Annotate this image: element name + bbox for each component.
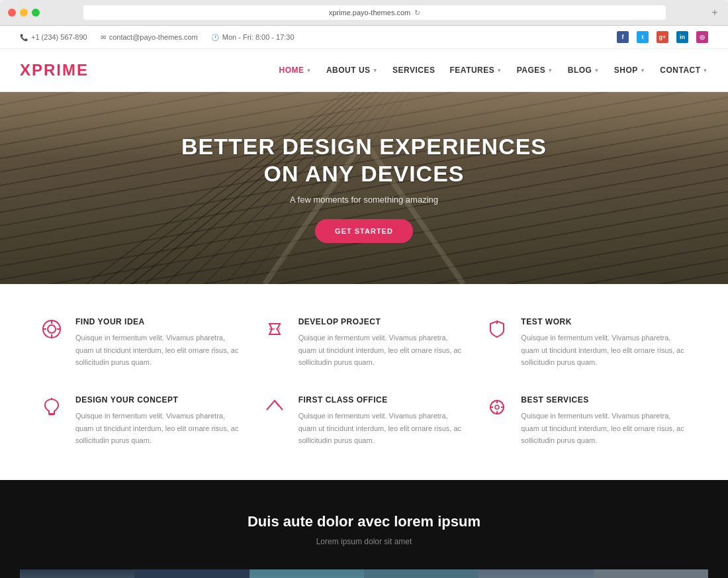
- chevron-down-icon: ▼: [594, 68, 599, 73]
- nav-blog-label: BLOG: [568, 66, 592, 75]
- feature-1-text: Quisque in fermentum velit. Vivamus phar…: [75, 332, 243, 369]
- url-text: xprime.payo-themes.com: [329, 9, 411, 17]
- hero-content: BETTER DESIGN EXPERIENCES ON ANY DEVICES…: [181, 133, 547, 244]
- feature-4-title: DESIGN YOUR CONCEPT: [75, 395, 243, 405]
- nav-home-label: HOME: [279, 66, 304, 75]
- test-work-icon: [485, 317, 509, 341]
- browser-window: xprime.payo-themes.com ↻ + 📞 +1 (234) 56…: [0, 0, 728, 578]
- feature-1-title: FIND YOUR IDEA: [75, 317, 243, 326]
- svg-rect-46: [594, 569, 708, 578]
- logo-accent: X: [20, 61, 32, 79]
- feature-5-title: FIRST CLASS OFFICE: [298, 395, 466, 405]
- hero-title-line1: BETTER DESIGN EXPERIENCES: [181, 133, 547, 160]
- logo-text: PRIME: [32, 61, 89, 79]
- browser-titlebar: xprime.payo-themes.com ↻ +: [0, 5, 728, 25]
- new-tab-button[interactable]: +: [709, 7, 720, 18]
- nav-features-label: FEATURES: [450, 66, 495, 75]
- chevron-down-icon: ▼: [640, 68, 645, 73]
- features-grid: FIND YOUR IDEA Quisque in fermentum veli…: [40, 317, 688, 447]
- email-address: contact@payo-themes.com: [109, 33, 198, 41]
- best-services-icon: [485, 395, 509, 419]
- email-icon: ✉: [101, 34, 106, 41]
- feature-3-text: Quisque in fermentum velit. Vivamus phar…: [521, 332, 688, 369]
- phone-number: +1 (234) 567-890: [31, 33, 87, 41]
- site-logo[interactable]: XPRIME: [20, 61, 89, 79]
- first-class-office-icon: [263, 395, 287, 419]
- feature-6-title: BEST SERVICES: [521, 395, 688, 405]
- refresh-icon[interactable]: ↻: [414, 9, 420, 17]
- info-bar-left: 📞 +1 (234) 567-890 ✉ contact@payo-themes…: [20, 33, 295, 41]
- gallery-item-2[interactable]: [250, 569, 479, 578]
- phone-icon: 📞: [20, 34, 28, 41]
- feature-item-5: FIRST CLASS OFFICE Quisque in fermentum …: [263, 395, 466, 447]
- google-plus-icon[interactable]: g+: [657, 31, 668, 43]
- phone-info: 📞 +1 (234) 567-890: [20, 33, 87, 41]
- chevron-down-icon: ▼: [703, 68, 708, 73]
- instagram-icon[interactable]: ◎: [696, 31, 708, 43]
- chevron-down-icon: ▼: [306, 68, 312, 73]
- hours-info: 🕐 Mon - Fri: 8:00 - 17:30: [211, 33, 295, 41]
- navbar: XPRIME HOME ▼ ABOUT US ▼ S: [0, 49, 728, 92]
- nav-about-label: ABOUT US: [326, 66, 371, 75]
- twitter-icon[interactable]: t: [637, 31, 649, 43]
- hero-section: BETTER DESIGN EXPERIENCES ON ANY DEVICES…: [0, 92, 728, 284]
- clock-icon: 🕐: [211, 34, 219, 41]
- url-bar[interactable]: xprime.payo-themes.com ↻: [83, 5, 666, 20]
- social-icons: f t g+ in ◎: [617, 31, 708, 43]
- feature-5-content: FIRST CLASS OFFICE Quisque in fermentum …: [298, 395, 466, 447]
- svg-point-25: [495, 405, 499, 409]
- hero-subtitle: A few moments for something amazing: [181, 195, 547, 205]
- svg-rect-31: [134, 569, 249, 578]
- business-hours: Mon - Fri: 8:00 - 17:30: [222, 33, 295, 41]
- chevron-down-icon: ▼: [373, 68, 378, 73]
- dark-section-subtitle: Lorem ipsum dolor sit amet: [20, 537, 708, 546]
- feature-item-1: FIND YOUR IDEA Quisque in fermentum veli…: [40, 317, 243, 369]
- nav-services-label: SERVICES: [392, 66, 435, 75]
- find-idea-icon: [40, 317, 64, 341]
- gallery: [20, 569, 708, 578]
- hero-title: BETTER DESIGN EXPERIENCES ON ANY DEVICES: [181, 133, 547, 187]
- gallery-item-1[interactable]: [20, 569, 250, 578]
- feature-6-text: Quisque in fermentum velit. Vivamus phar…: [521, 410, 688, 447]
- feature-2-text: Quisque in fermentum velit. Vivamus phar…: [298, 332, 466, 369]
- features-section: FIND YOUR IDEA Quisque in fermentum veli…: [0, 284, 728, 480]
- gallery-item-3[interactable]: [478, 569, 708, 578]
- email-info: ✉ contact@payo-themes.com: [101, 33, 198, 41]
- nav-item-blog[interactable]: BLOG ▼: [568, 66, 600, 75]
- feature-4-content: DESIGN YOUR CONCEPT Quisque in fermentum…: [75, 395, 243, 447]
- feature-2-content: DEVELOP PROJECT Quisque in fermentum vel…: [298, 317, 466, 369]
- hero-title-line2: ON ANY DEVICES: [181, 160, 547, 187]
- svg-rect-40: [364, 569, 478, 578]
- nav-menu: HOME ▼ ABOUT US ▼ SERVICES: [279, 66, 708, 75]
- feature-3-title: TEST WORK: [521, 317, 688, 326]
- feature-2-title: DEVELOP PROJECT: [298, 317, 466, 326]
- feature-4-text: Quisque in fermentum velit. Vivamus phar…: [75, 410, 243, 447]
- feature-1-content: FIND YOUR IDEA Quisque in fermentum veli…: [75, 317, 243, 369]
- chevron-down-icon: ▼: [547, 68, 553, 73]
- traffic-lights: [8, 9, 40, 17]
- nav-item-home[interactable]: HOME ▼: [279, 66, 312, 75]
- feature-item-6: BEST SERVICES Quisque in fermentum velit…: [485, 395, 688, 447]
- feature-item-2: DEVELOP PROJECT Quisque in fermentum vel…: [263, 317, 466, 369]
- facebook-icon[interactable]: f: [617, 31, 629, 43]
- chevron-down-icon: ▼: [496, 68, 502, 73]
- nav-item-features[interactable]: FEATURES ▼: [450, 66, 502, 75]
- dark-section: Duis aute dolor avec lorem ipsum Lorem i…: [0, 480, 728, 578]
- get-started-button[interactable]: GET STARTED: [315, 219, 413, 243]
- feature-item-4: DESIGN YOUR CONCEPT Quisque in fermentum…: [40, 395, 243, 447]
- nav-item-contact[interactable]: CONTACT ▼: [660, 66, 708, 75]
- feature-6-content: BEST SERVICES Quisque in fermentum velit…: [521, 395, 688, 447]
- nav-item-pages[interactable]: PAGES ▼: [517, 66, 553, 75]
- linkedin-icon[interactable]: in: [676, 31, 688, 43]
- nav-item-about[interactable]: ABOUT US ▼: [326, 66, 378, 75]
- svg-point-15: [48, 325, 56, 333]
- nav-pages-label: PAGES: [517, 66, 546, 75]
- nav-item-shop[interactable]: SHOP ▼: [614, 66, 645, 75]
- minimize-button[interactable]: [20, 9, 28, 17]
- close-button[interactable]: [8, 9, 16, 17]
- nav-shop-label: SHOP: [614, 66, 638, 75]
- feature-item-3: TEST WORK Quisque in fermentum velit. Vi…: [485, 317, 688, 369]
- nav-item-services[interactable]: SERVICES: [392, 66, 435, 75]
- maximize-button[interactable]: [32, 9, 40, 17]
- feature-3-content: TEST WORK Quisque in fermentum velit. Vi…: [521, 317, 688, 369]
